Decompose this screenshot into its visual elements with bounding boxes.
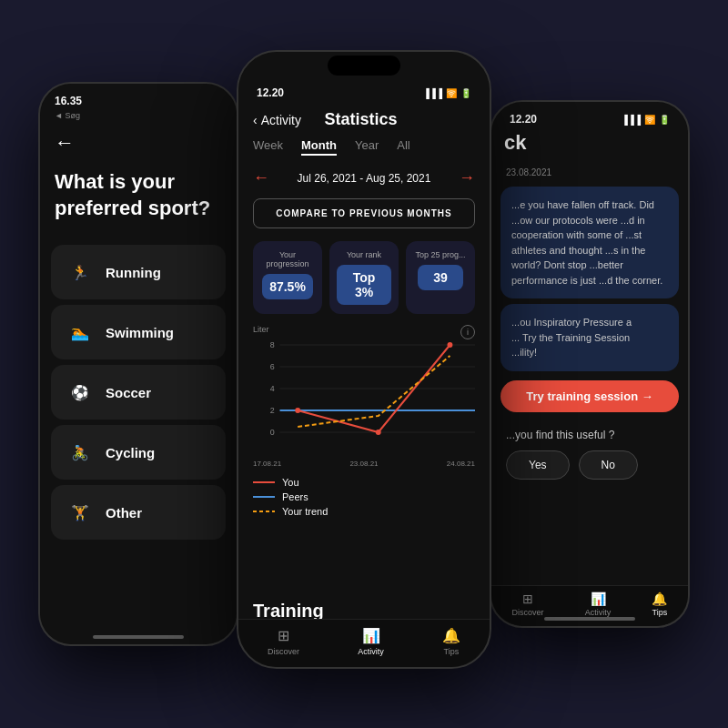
- right-message-box: ...e you have fallen off track. Did ...o…: [500, 187, 679, 298]
- useful-question: ...you find this useful ?: [491, 421, 688, 447]
- chart-svg: 8 6 4 2 0: [253, 336, 475, 454]
- sport-item-soccer[interactable]: ⚽ Soccer: [51, 365, 226, 420]
- legend-peers-label: Peers: [282, 491, 308, 502]
- prev-date-button[interactable]: ←: [253, 168, 269, 187]
- sport-item-other[interactable]: 🏋 Other: [51, 485, 226, 540]
- right-tab-tips[interactable]: 🔔 Tips: [652, 592, 667, 617]
- svg-text:4: 4: [270, 384, 275, 393]
- sport-item-running[interactable]: 🏃 Running: [51, 245, 226, 299]
- right-promo-text: ...ou Inspiratory Pressure a... Try the …: [511, 317, 632, 358]
- page-title: Statistics: [324, 110, 397, 129]
- stat-card-progression: Your progression 87.5%: [253, 241, 322, 314]
- no-button[interactable]: No: [579, 450, 638, 480]
- right-tab-activity[interactable]: 📊 Activity: [585, 592, 612, 617]
- legend-you-line: [253, 481, 275, 483]
- stat-title-top25: Top 25 prog...: [413, 250, 468, 259]
- right-home-indicator: [544, 617, 635, 621]
- legend-you: You: [253, 477, 475, 488]
- center-status-icons: ▐▐▐ 🛜 🔋: [423, 88, 471, 98]
- center-screen: 12.20 ▐▐▐ 🛜 🔋 ‹ Activity Statistics Week…: [238, 52, 490, 667]
- dynamic-island: [328, 56, 400, 76]
- left-title: What is your preferred sport?: [40, 162, 237, 239]
- tips-icon: 🔔: [442, 627, 460, 644]
- stat-value-rank: Top 3%: [337, 265, 391, 305]
- svg-point-13: [448, 342, 453, 348]
- yes-no-row: Yes No: [491, 447, 688, 483]
- right-tab-discover[interactable]: ⊞ Discover: [512, 592, 544, 617]
- legend-peers-line: [253, 496, 275, 498]
- yes-button[interactable]: Yes: [506, 450, 570, 480]
- tab-year[interactable]: Year: [355, 136, 379, 156]
- center-time: 12.20: [257, 86, 284, 99]
- right-activity-label: Activity: [585, 608, 612, 617]
- right-partial-title: ck: [491, 129, 688, 160]
- tab-row: Week Month Year All: [238, 133, 490, 163]
- home-indicator: [93, 635, 184, 639]
- tab-all[interactable]: All: [397, 136, 410, 156]
- stat-title-rank: Your rank: [337, 250, 391, 259]
- svg-text:0: 0: [270, 428, 275, 437]
- chart-legend: You Peers Your trend: [238, 470, 490, 524]
- sport-item-swimming[interactable]: 🏊 Swimming: [51, 305, 226, 359]
- tips-label: Tips: [444, 647, 460, 656]
- chart-x-labels: 17.08.21 23.08.21 24.08.21: [253, 458, 475, 470]
- sport-item-cycling[interactable]: 🚴 Cycling: [51, 425, 226, 480]
- center-status-bar: 12.20 ▐▐▐ 🛜 🔋: [238, 76, 490, 103]
- left-back-arrow[interactable]: ←: [40, 120, 237, 162]
- stat-card-top25: Top 25 prog... 39: [406, 241, 475, 314]
- tab-week[interactable]: Week: [253, 136, 283, 156]
- legend-peers: Peers: [253, 491, 475, 502]
- stats-cards: Your progression 87.5% Your rank Top 3% …: [238, 234, 490, 321]
- right-status-icons: ▐▐▐ 🛜 🔋: [622, 115, 670, 125]
- battery-icon: 🔋: [460, 88, 471, 98]
- activity-icon: 📊: [362, 627, 380, 644]
- chart-y-label: Liter: [253, 325, 475, 334]
- info-icon[interactable]: i: [460, 325, 475, 339]
- right-date-label: 23.08.2021: [491, 160, 688, 181]
- back-to-activity-button[interactable]: ‹ Activity: [253, 113, 301, 127]
- tab-discover[interactable]: ⊞ Discover: [268, 627, 299, 656]
- legend-trend-label: Your trend: [282, 506, 328, 517]
- wifi-icon: 🛜: [446, 88, 457, 98]
- x-label-1: 17.08.21: [253, 460, 281, 468]
- try-training-session-button[interactable]: Try training session →: [500, 380, 679, 412]
- right-tips-label: Tips: [652, 608, 668, 617]
- tab-activity[interactable]: 📊 Activity: [358, 627, 384, 656]
- legend-trend: Your trend: [253, 506, 475, 517]
- right-activity-icon: 📊: [591, 592, 606, 606]
- x-label-2: 23.08.21: [349, 460, 378, 468]
- legend-you-label: You: [282, 477, 299, 488]
- svg-text:8: 8: [270, 340, 275, 349]
- right-promo-box: ...ou Inspiratory Pressure a... Try the …: [500, 304, 679, 371]
- discover-icon: ⊞: [278, 627, 289, 644]
- sport-label-swimming: Swimming: [106, 325, 174, 340]
- svg-point-11: [295, 408, 300, 413]
- right-tips-icon: 🔔: [652, 592, 667, 606]
- stat-value-top25: 39: [418, 265, 463, 290]
- left-status-sub: ◄ Søg: [40, 111, 237, 120]
- next-date-button[interactable]: →: [459, 168, 475, 187]
- center-bottom-tabs: ⊞ Discover 📊 Activity 🔔 Tips: [238, 619, 490, 667]
- chevron-left-icon: ‹: [253, 113, 258, 127]
- right-battery-icon: 🔋: [659, 115, 670, 125]
- stat-value-progression: 87.5%: [262, 274, 313, 299]
- sport-label-other: Other: [106, 505, 142, 521]
- right-message-text: ...e you have fallen off track. Did ...o…: [511, 199, 662, 286]
- center-phone: 12.20 ▐▐▐ 🛜 🔋 ‹ Activity Statistics Week…: [237, 50, 491, 669]
- soccer-icon: ⚽: [66, 378, 95, 407]
- swimming-icon: 🏊: [66, 318, 95, 347]
- svg-text:2: 2: [270, 406, 275, 415]
- running-icon: 🏃: [66, 258, 95, 287]
- date-row: ← Jul 26, 2021 - Aug 25, 2021 →: [238, 163, 490, 193]
- sport-label-soccer: Soccer: [106, 385, 151, 400]
- tab-month[interactable]: Month: [301, 136, 337, 156]
- svg-point-12: [376, 430, 381, 435]
- left-status-time: 16.35: [40, 84, 237, 111]
- compare-button[interactable]: COMPARE TO PREVIOUS MONTHS: [253, 198, 475, 228]
- left-phone: 16.35 ◄ Søg ← What is your preferred spo…: [38, 82, 238, 646]
- right-phone: 12.20 ▐▐▐ 🛜 🔋 ck 23.08.2021 ...e you hav…: [490, 100, 690, 628]
- stat-title-progression: Your progression: [260, 250, 315, 268]
- stat-card-rank: Your rank Top 3%: [329, 241, 399, 314]
- tab-tips[interactable]: 🔔 Tips: [442, 627, 460, 656]
- other-icon: 🏋: [66, 498, 95, 527]
